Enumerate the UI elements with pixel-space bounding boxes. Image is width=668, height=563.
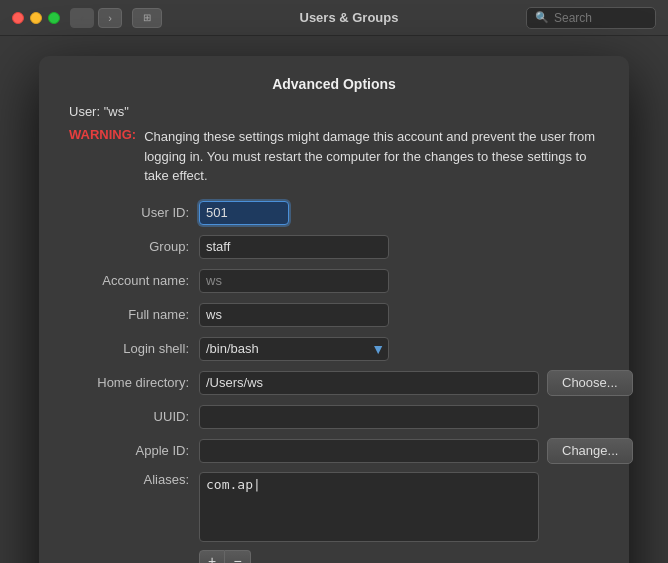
user-label: User: <box>69 104 100 119</box>
full-name-input[interactable] <box>199 303 389 327</box>
full-name-label: Full name: <box>69 307 199 322</box>
group-input[interactable] <box>199 235 389 259</box>
grid-button[interactable]: ⊞ <box>132 8 162 28</box>
titlebar: ‹ › ⊞ Users & Groups 🔍 <box>0 0 668 36</box>
user-id-row: User ID: <box>69 200 599 226</box>
main-content: Advanced Options User: "ws" WARNING: Cha… <box>0 36 668 563</box>
group-label: Group: <box>69 239 199 254</box>
search-icon: 🔍 <box>535 11 549 24</box>
account-name-label: Account name: <box>69 273 199 288</box>
apple-id-controls: Change... <box>199 438 633 464</box>
aliases-row: Aliases: com.ap| <box>69 472 599 542</box>
group-row: Group: <box>69 234 599 260</box>
traffic-lights <box>12 12 60 24</box>
full-name-row: Full name: <box>69 302 599 328</box>
home-dir-label: Home directory: <box>69 375 199 390</box>
aliases-controls: + − <box>199 550 599 564</box>
apple-id-label: Apple ID: <box>69 443 199 458</box>
modal-dialog: Advanced Options User: "ws" WARNING: Cha… <box>39 56 629 563</box>
account-name-input[interactable] <box>199 269 389 293</box>
home-dir-controls: Choose... <box>199 370 633 396</box>
aliases-textarea[interactable]: com.ap| <box>199 472 539 542</box>
nav-buttons: ‹ › <box>70 8 122 28</box>
window-title: Users & Groups <box>172 10 526 25</box>
maximize-button[interactable] <box>48 12 60 24</box>
remove-alias-button[interactable]: − <box>225 550 251 564</box>
user-id-label: User ID: <box>69 205 199 220</box>
search-input[interactable] <box>554 11 644 25</box>
login-shell-label: Login shell: <box>69 341 199 356</box>
warning-text: Changing these settings might damage thi… <box>144 127 599 186</box>
uuid-label: UUID: <box>69 409 199 424</box>
uuid-row: UUID: <box>69 404 599 430</box>
search-box[interactable]: 🔍 <box>526 7 656 29</box>
apple-id-input[interactable] <box>199 439 539 463</box>
login-shell-wrapper: /bin/bash /bin/sh /bin/zsh /usr/bin/fals… <box>199 337 389 361</box>
warning-label: WARNING: <box>69 127 136 186</box>
uuid-input[interactable] <box>199 405 539 429</box>
user-value: "ws" <box>104 104 129 119</box>
choose-button[interactable]: Choose... <box>547 370 633 396</box>
warning-box: WARNING: Changing these settings might d… <box>69 127 599 186</box>
login-shell-select[interactable]: /bin/bash /bin/sh /bin/zsh /usr/bin/fals… <box>199 337 389 361</box>
add-alias-button[interactable]: + <box>199 550 225 564</box>
forward-button[interactable]: › <box>98 8 122 28</box>
modal-title: Advanced Options <box>69 76 599 92</box>
close-button[interactable] <box>12 12 24 24</box>
home-dir-row: Home directory: Choose... <box>69 370 599 396</box>
aliases-label: Aliases: <box>69 472 199 487</box>
minimize-button[interactable] <box>30 12 42 24</box>
login-shell-row: Login shell: /bin/bash /bin/sh /bin/zsh … <box>69 336 599 362</box>
apple-id-row: Apple ID: Change... <box>69 438 599 464</box>
home-dir-input[interactable] <box>199 371 539 395</box>
change-button[interactable]: Change... <box>547 438 633 464</box>
user-line: User: "ws" <box>69 104 599 119</box>
account-name-row: Account name: <box>69 268 599 294</box>
user-id-input[interactable] <box>199 201 289 225</box>
back-button[interactable]: ‹ <box>70 8 94 28</box>
